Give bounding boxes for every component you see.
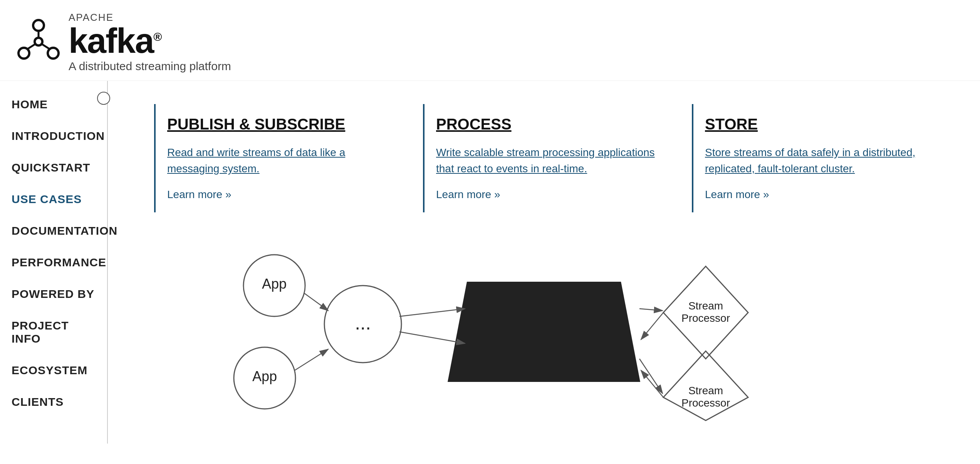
sidebar-nav: HOME INTRODUCTION QUICKSTART USE CASES D… bbox=[0, 81, 107, 418]
svg-line-6 bbox=[42, 44, 50, 49]
svg-text:App: App bbox=[252, 368, 277, 384]
sidebar-item-introduction[interactable]: INTRODUCTION bbox=[0, 120, 107, 152]
store-title: STORE bbox=[705, 116, 758, 133]
publish-subscribe-desc: Read and write streams of data like a me… bbox=[167, 145, 400, 177]
svg-line-5 bbox=[27, 44, 35, 49]
sidebar-item-quickstart[interactable]: QUICKSTART bbox=[0, 152, 107, 183]
store-desc: Store streams of data safely in a distri… bbox=[705, 145, 938, 177]
sidebar-item-performance[interactable]: PERFORMANCE bbox=[0, 247, 107, 278]
svg-text:...: ... bbox=[355, 312, 371, 334]
logo-text: APACHE kafka® A distributed streaming pl… bbox=[69, 12, 231, 73]
svg-text:Processor: Processor bbox=[681, 397, 730, 409]
sidebar-item-ecosystem[interactable]: ECOSYSTEM bbox=[0, 355, 107, 386]
feature-columns: PUBLISH & SUBSCRIBE Read and write strea… bbox=[131, 104, 957, 212]
svg-line-27 bbox=[641, 370, 663, 397]
sidebar-item-documentation[interactable]: DOCUMENTATION bbox=[0, 215, 107, 247]
publish-subscribe-title: PUBLISH & SUBSCRIBE bbox=[167, 116, 345, 133]
logo-area: APACHE kafka® A distributed streaming pl… bbox=[15, 12, 231, 73]
svg-line-16 bbox=[399, 309, 465, 316]
header: APACHE kafka® A distributed streaming pl… bbox=[0, 0, 980, 81]
sidebar-dot bbox=[97, 92, 110, 105]
svg-line-13 bbox=[304, 293, 328, 311]
svg-point-3 bbox=[35, 38, 42, 45]
svg-line-14 bbox=[295, 349, 328, 370]
sidebar-item-project-info[interactable]: PROJECT INFO bbox=[0, 310, 107, 355]
svg-text:App: App bbox=[262, 276, 287, 292]
sidebar-item-home[interactable]: HOME bbox=[0, 89, 107, 120]
process-desc: Write scalable stream processing applica… bbox=[436, 145, 669, 177]
svg-line-26 bbox=[639, 359, 663, 393]
publish-subscribe-link[interactable]: Learn more » bbox=[167, 188, 232, 200]
store-column: STORE Store streams of data safely in a … bbox=[692, 104, 957, 212]
main-content: PUBLISH & SUBSCRIBE Read and write strea… bbox=[108, 81, 980, 444]
tagline: A distributed streaming platform bbox=[69, 60, 231, 73]
kafka-label: kafka® bbox=[69, 24, 231, 58]
publish-subscribe-column: PUBLISH & SUBSCRIBE Read and write strea… bbox=[154, 104, 419, 212]
svg-text:Stream: Stream bbox=[688, 300, 723, 312]
page-layout: HOME INTRODUCTION QUICKSTART USE CASES D… bbox=[0, 81, 980, 444]
svg-marker-15 bbox=[448, 282, 640, 382]
svg-line-17 bbox=[399, 332, 465, 343]
process-title: PROCESS bbox=[436, 116, 512, 133]
svg-text:Processor: Processor bbox=[681, 312, 730, 324]
kafka-logo-icon bbox=[15, 18, 62, 66]
store-link[interactable]: Learn more » bbox=[705, 188, 769, 200]
diagram-svg: App App ... Stream bbox=[197, 235, 891, 428]
svg-point-0 bbox=[33, 20, 44, 31]
process-column: PROCESS Write scalable stream processing… bbox=[423, 104, 688, 212]
architecture-diagram: App App ... Stream bbox=[131, 235, 957, 428]
svg-text:Stream: Stream bbox=[688, 385, 723, 397]
sidebar-item-clients[interactable]: CLIENTS bbox=[0, 386, 107, 418]
sidebar-item-powered-by[interactable]: POWERED BY bbox=[0, 278, 107, 310]
svg-line-25 bbox=[641, 313, 663, 340]
process-link[interactable]: Learn more » bbox=[436, 188, 500, 200]
svg-line-24 bbox=[639, 309, 663, 311]
sidebar-item-use-cases[interactable]: USE CASES bbox=[0, 183, 107, 215]
sidebar: HOME INTRODUCTION QUICKSTART USE CASES D… bbox=[0, 81, 108, 444]
